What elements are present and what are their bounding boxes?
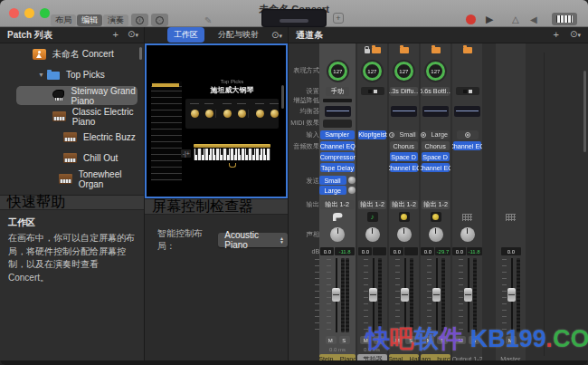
mode-button-perform[interactable]: 演奏: [103, 14, 128, 26]
level-meter: [341, 258, 345, 332]
layout-popup[interactable]: Acoustic Piano ▲▼: [218, 233, 288, 247]
audio-effect-badge[interactable]: Tape Delay: [320, 163, 355, 172]
input-plugin-badge[interactable]: Sampler: [320, 130, 355, 139]
info-panel-button[interactable]: i: [131, 14, 148, 26]
strip-action-menu[interactable]: ⊙▾: [570, 29, 581, 39]
pan-knob[interactable]: [397, 227, 412, 242]
audio-effect-badge[interactable]: Compressor: [320, 152, 355, 161]
pan-knob[interactable]: [460, 227, 475, 242]
pan-knob[interactable]: [330, 227, 345, 242]
strip-row-setting: [357, 85, 387, 97]
eq-thumbnail[interactable]: [454, 106, 480, 117]
tab-assignments[interactable]: 分配与映射: [212, 27, 265, 43]
mode-button-edit[interactable]: 编辑: [77, 14, 102, 26]
volume-fader[interactable]: [332, 258, 340, 332]
input-bus-badge[interactable]: Small: [390, 130, 418, 139]
play-button[interactable]: ▶: [486, 14, 493, 25]
output-badge[interactable]: 输出 1-2: [422, 200, 450, 209]
output-badge[interactable]: 输出 1-2: [320, 200, 355, 209]
fader-cap[interactable]: [401, 288, 409, 302]
volume-fader[interactable]: [369, 258, 377, 332]
tab-workspace[interactable]: 工作区: [167, 27, 204, 43]
label: 0.0: [507, 248, 514, 255]
channel-strip[interactable]: Channel EQ0.0-11.8MSOutput 1-2: [452, 43, 482, 365]
monitor-icon[interactable]: ◀: [530, 14, 537, 24]
channel-strip[interactable]: 127手动SamplerChannel EQCompressorTape Del…: [319, 43, 356, 365]
channel-strip[interactable]: 0.0MMaster: [496, 43, 526, 365]
fader-cap[interactable]: [332, 288, 340, 302]
output-badge[interactable]: 输出 1-2: [358, 200, 386, 209]
timer-panel-button[interactable]: ·: [151, 14, 168, 26]
send-knob[interactable]: [348, 187, 356, 194]
mute-button[interactable]: M: [326, 336, 337, 344]
eq-thumbnail[interactable]: [325, 106, 351, 117]
solo-button[interactable]: S: [339, 336, 350, 344]
lcd-add-button[interactable]: +: [333, 13, 344, 24]
canvas-scrollbar[interactable]: [281, 85, 284, 109]
patch-list-scrollbar[interactable]: [139, 47, 142, 60]
expression-knob[interactable]: 127: [426, 62, 445, 81]
channel-strip[interactable]: 1276.6s Bottl…LargeChorusSpace DChannel …: [421, 43, 450, 365]
strips-scrollbar[interactable]: [583, 71, 586, 152]
volume-fader[interactable]: [401, 258, 409, 332]
audio-effect-badge[interactable]: Channel EQ: [453, 141, 481, 150]
patch-item[interactable]: Classic Electric Piano: [0, 106, 144, 127]
input-bus-badge[interactable]: Large: [422, 130, 450, 139]
channel-strip[interactable]: 127Klopfgeist输出 1-2♪0.0 MS0.0 ms节拍器: [357, 43, 387, 365]
patch-item[interactable]: Steinway Grand Piano: [0, 85, 144, 106]
output-badge[interactable]: 输出 1-2: [390, 200, 418, 209]
lcd-display[interactable]: [261, 9, 327, 27]
volume-fader[interactable]: [464, 258, 472, 332]
setting-toggle[interactable]: [361, 87, 384, 95]
patch-item[interactable]: Chill Out: [0, 148, 144, 168]
pan-knob[interactable]: [365, 227, 380, 242]
patch-item[interactable]: Electric Buzz: [0, 127, 144, 148]
setting-badge[interactable]: 1.3s Diffu…: [390, 87, 418, 96]
channel-strip[interactable]: 1271.3s Diffu…SmallChorusSpace DChannel …: [389, 43, 419, 365]
keyboard-toggle-button[interactable]: [552, 13, 577, 25]
expression-knob[interactable]: 127: [363, 62, 382, 81]
level-meter: [378, 258, 382, 332]
fader-cap[interactable]: [507, 288, 516, 302]
record-button[interactable]: [466, 14, 476, 24]
input-bus-badge[interactable]: [457, 130, 479, 139]
volume-fader[interactable]: [432, 258, 441, 332]
setting-toggle[interactable]: [456, 87, 479, 95]
audio-effect-badge[interactable]: Channel EQ: [422, 163, 450, 172]
midi-effect-slot[interactable]: [323, 120, 352, 128]
strip-row-midi: [421, 118, 450, 129]
patch-item[interactable]: ▼Top Picks: [0, 64, 144, 85]
add-strip-button[interactable]: +: [554, 29, 559, 40]
expression-knob[interactable]: 127: [328, 62, 347, 81]
tuner-icon[interactable]: △: [512, 14, 519, 24]
workspace-action-menu[interactable]: ⊙▾: [271, 30, 282, 40]
pan-knob[interactable]: [429, 227, 443, 242]
audio-effect-badge[interactable]: Chorus: [390, 141, 418, 150]
send-knob[interactable]: [348, 177, 356, 184]
aux-icon: [431, 212, 441, 222]
workspace-canvas[interactable]: Top Picks 施坦威大钢琴 -|+: [145, 43, 288, 198]
audio-effect-badge[interactable]: Space D: [390, 152, 418, 161]
audio-effect-badge[interactable]: Channel EQ: [320, 141, 355, 150]
audio-effect-badge[interactable]: Channel EQ: [390, 163, 418, 172]
patch-item[interactable]: 未命名 Concert: [0, 43, 144, 64]
send-badge[interactable]: Large: [319, 186, 346, 195]
send-badge[interactable]: Small: [319, 176, 346, 185]
audio-effect-badge[interactable]: Chorus: [422, 141, 450, 150]
mode-button-layout[interactable]: 布局: [51, 14, 76, 26]
fader-cap[interactable]: [369, 288, 377, 302]
fader-cap[interactable]: [432, 288, 441, 302]
fader-cap[interactable]: [464, 288, 472, 302]
audio-effect-badge[interactable]: Space D: [422, 152, 450, 161]
eq-thumbnail[interactable]: [391, 106, 417, 117]
expression-knob[interactable]: 127: [394, 62, 413, 81]
volume-fader[interactable]: [507, 258, 516, 332]
patch-item[interactable]: Tonewheel Organ: [0, 168, 144, 189]
add-patch-button[interactable]: +: [113, 29, 119, 40]
eq-thumbnail[interactable]: [422, 106, 449, 117]
patch-action-menu[interactable]: ⊙▾: [128, 29, 138, 39]
strip-row-icons: [496, 43, 526, 56]
setting-badge[interactable]: 6.6s Bottl…: [422, 87, 450, 96]
setting-badge[interactable]: 手动: [326, 87, 349, 96]
input-plugin-badge[interactable]: Klopfgeist: [358, 130, 386, 139]
